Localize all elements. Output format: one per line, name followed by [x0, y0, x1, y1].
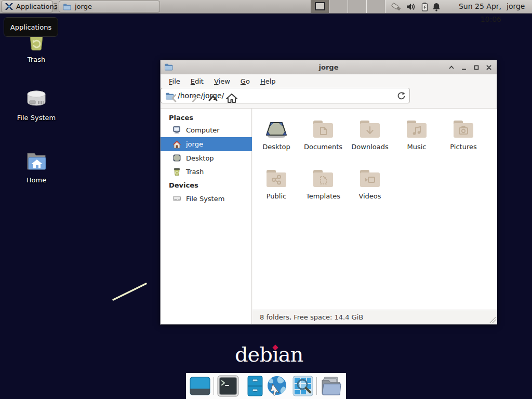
resize-grip[interactable]	[489, 317, 496, 323]
home-button[interactable]	[224, 91, 240, 105]
sidebar: Places Computer jorge	[161, 109, 252, 324]
taskbar-button-jorge[interactable]: jorge	[59, 1, 160, 12]
sidebar-item-jorge[interactable]: jorge	[161, 137, 252, 151]
menu-file[interactable]: File	[164, 76, 185, 87]
home-icon	[172, 140, 181, 149]
window-controls	[447, 60, 494, 74]
sidebar-item-desktop[interactable]: Desktop	[161, 151, 252, 165]
file-manager-window: jorge File Edit View Go Help	[160, 60, 497, 325]
back-button[interactable]	[167, 91, 182, 105]
folder-pictures-icon	[451, 116, 476, 141]
menu-go[interactable]: Go	[235, 76, 255, 87]
menu-help[interactable]: Help	[255, 76, 281, 87]
file-item-label: Pictures	[450, 143, 476, 151]
sidebar-item-label: File System	[186, 195, 224, 203]
sidebar-item-trash[interactable]: Trash	[161, 165, 252, 178]
workspace-4[interactable]	[367, 0, 385, 13]
file-item-public[interactable]: Public	[253, 165, 300, 200]
dock-separator	[316, 377, 317, 395]
app-finder-icon[interactable]	[292, 375, 314, 397]
statusbar: 8 folders, Free space: 14.4 GiB	[252, 310, 497, 324]
menubar: File Edit View Go Help	[161, 74, 497, 88]
desktop-icon	[172, 154, 181, 162]
terminal-icon[interactable]	[217, 375, 239, 397]
workspace-switcher	[311, 0, 385, 13]
window-title: jorge	[161, 60, 497, 74]
file-item-templates[interactable]: Templates	[300, 165, 347, 200]
dock-folder-icon[interactable]	[320, 375, 342, 397]
up-button[interactable]	[205, 91, 221, 105]
workspace-3[interactable]	[348, 0, 367, 13]
titlebar[interactable]: jorge	[161, 60, 497, 74]
file-item-label: Downloads	[351, 143, 388, 151]
tasklist-grip[interactable]	[54, 3, 57, 10]
desktop-icon-file-system[interactable]: File System	[11, 86, 61, 122]
removable-media-icon[interactable]	[391, 2, 401, 11]
menu-edit[interactable]: Edit	[185, 76, 209, 87]
sidebar-item-label: Computer	[186, 126, 220, 134]
debian-logo-text: deb	[235, 342, 272, 366]
file-manager-icon[interactable]	[244, 375, 266, 397]
panel-user-label: jorge	[507, 0, 530, 13]
file-item-music[interactable]: Music	[393, 116, 440, 151]
folder-music-icon	[404, 116, 429, 141]
drive-icon	[172, 194, 181, 203]
desktop-icon-label: Home	[26, 176, 46, 184]
file-item-documents[interactable]: Documents	[300, 116, 347, 151]
file-item-label: Music	[407, 143, 427, 151]
sidebar-item-computer[interactable]: Computer	[161, 123, 252, 137]
desktop-icon-label: File System	[17, 114, 56, 122]
workspace-2[interactable]	[329, 0, 348, 13]
file-item-desktop[interactable]: Desktop	[253, 116, 300, 151]
file-item-label: Videos	[358, 192, 381, 200]
debian-logo-i: ı	[272, 342, 278, 367]
desktop-icon-home[interactable]: Home	[11, 149, 61, 184]
files-pane: Desktop Documents Downloads	[252, 109, 497, 310]
home-folder-icon	[24, 149, 49, 174]
applications-menu-icon	[5, 2, 14, 11]
file-item-label: Desktop	[262, 143, 290, 151]
applications-menu-label: Applications	[16, 3, 57, 10]
workspace-window-preview	[315, 2, 325, 10]
folder-icon	[63, 3, 71, 10]
folder-documents-icon	[311, 116, 336, 141]
desktop-stroke-artifact	[109, 280, 151, 303]
dock-separator	[214, 377, 214, 395]
maximize-button[interactable]	[472, 63, 481, 72]
file-item-label: Templates	[306, 192, 340, 200]
desktop-icon-label: Trash	[28, 56, 45, 63]
file-item-videos[interactable]: Videos	[347, 165, 393, 200]
top-panel: Applications jorge	[0, 0, 532, 14]
folder-videos-icon	[357, 165, 382, 190]
desktop-surface-icon	[264, 116, 289, 141]
debian-logo-text: an	[278, 342, 303, 366]
debian-logo: debıan	[235, 342, 308, 368]
applications-tooltip-text: Applications	[10, 23, 51, 31]
file-item-label: Documents	[304, 143, 342, 151]
sidebar-item-file-system[interactable]: File System	[161, 192, 252, 205]
sidebar-item-label: Trash	[186, 168, 204, 176]
computer-icon	[172, 126, 181, 134]
toolbar	[161, 88, 497, 109]
forward-button[interactable]	[186, 91, 202, 105]
file-item-pictures[interactable]: Pictures	[440, 116, 487, 151]
applications-menu-button[interactable]: Applications	[1, 1, 53, 12]
workspace-1[interactable]	[311, 0, 329, 13]
show-desktop-icon[interactable]	[189, 375, 211, 397]
menu-view[interactable]: View	[209, 76, 235, 87]
web-browser-icon[interactable]	[266, 375, 288, 397]
close-button[interactable]	[484, 63, 494, 72]
dock	[186, 373, 346, 399]
sidebar-item-label: Desktop	[186, 154, 214, 162]
file-item-label: Public	[267, 192, 286, 200]
volume-icon[interactable]	[406, 2, 416, 11]
shade-button[interactable]	[447, 63, 456, 72]
reload-button[interactable]	[397, 91, 405, 100]
clock[interactable]: Sun 25 Apr, 10:06	[439, 0, 501, 13]
minimize-button[interactable]	[459, 63, 469, 72]
sidebar-header-places: Places	[169, 112, 247, 124]
taskbar-button-label: jorge	[75, 3, 92, 10]
sidebar-item-label: jorge	[186, 140, 203, 148]
battery-icon[interactable]	[420, 2, 431, 11]
file-item-downloads[interactable]: Downloads	[347, 116, 393, 151]
